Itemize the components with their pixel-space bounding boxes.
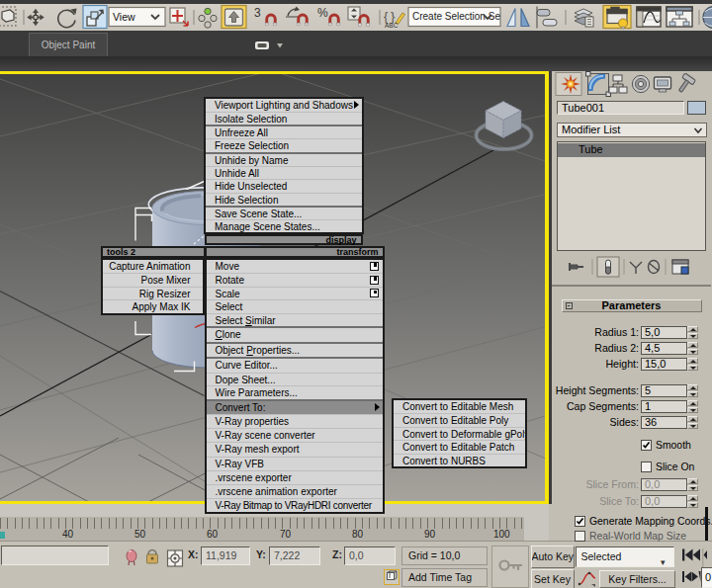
svg-text:3: 3 <box>254 6 261 20</box>
svg-text:%: % <box>317 6 328 20</box>
svg-text:View: View <box>113 11 135 23</box>
svg-text:Create Selection Se: Create Selection Se <box>412 11 500 22</box>
svg-text:ABC: ABC <box>385 22 399 29</box>
